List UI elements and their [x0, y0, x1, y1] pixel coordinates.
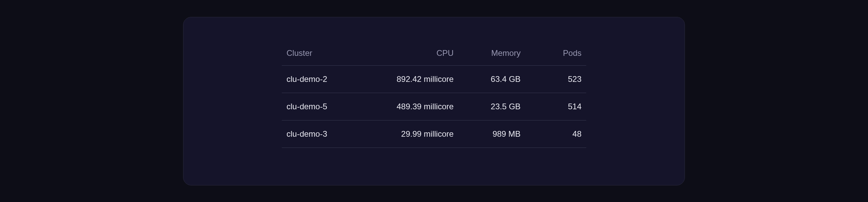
- cell-pods: 48: [525, 120, 586, 148]
- cell-cluster: clu-demo-2: [282, 65, 373, 93]
- cell-cluster: clu-demo-5: [282, 93, 373, 120]
- header-pods: Pods: [525, 44, 586, 66]
- header-cluster: Cluster: [282, 44, 373, 66]
- header-memory: Memory: [458, 44, 526, 66]
- cell-memory: 23.5 GB: [458, 93, 526, 120]
- cell-cluster: clu-demo-3: [282, 120, 373, 148]
- cell-cpu: 29.99 millicore: [373, 120, 458, 148]
- cell-cpu: 892.42 millicore: [373, 65, 458, 93]
- table-row: clu-demo-2 892.42 millicore 63.4 GB 523: [282, 65, 586, 93]
- cell-memory: 989 MB: [458, 120, 526, 148]
- cell-memory: 63.4 GB: [458, 65, 526, 93]
- cell-pods: 514: [525, 93, 586, 120]
- table-header-row: Cluster CPU Memory Pods: [282, 44, 586, 66]
- cell-cpu: 489.39 millicore: [373, 93, 458, 120]
- cluster-table: Cluster CPU Memory Pods clu-demo-2 892.4…: [282, 44, 586, 148]
- header-cpu: CPU: [373, 44, 458, 66]
- cluster-table-panel: Cluster CPU Memory Pods clu-demo-2 892.4…: [183, 17, 685, 185]
- table-row: clu-demo-3 29.99 millicore 989 MB 48: [282, 120, 586, 148]
- cell-pods: 523: [525, 65, 586, 93]
- table-row: clu-demo-5 489.39 millicore 23.5 GB 514: [282, 93, 586, 120]
